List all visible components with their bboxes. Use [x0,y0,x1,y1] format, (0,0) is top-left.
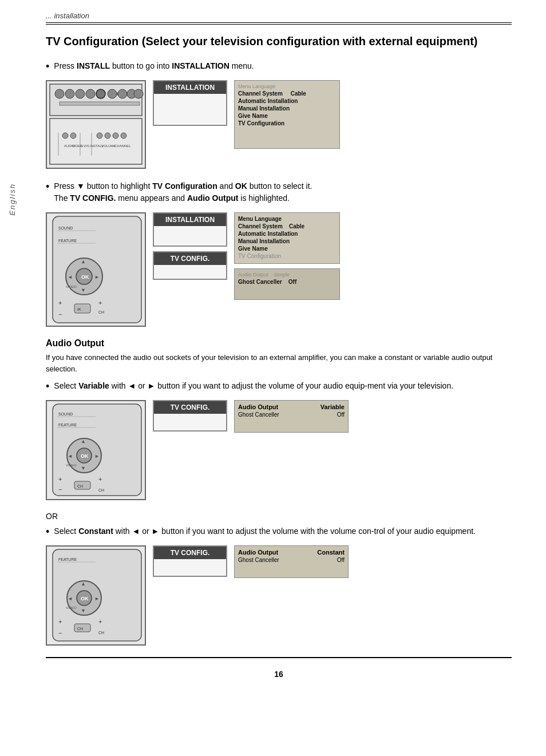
tvconfig-box-1: TV CONFIG. [153,251,227,280]
s2-spacer [238,286,336,292]
installation-menu-header: INSTALLATION [154,81,226,94]
audio-output-constant-panel: Audio Output Constant Ghost Canceller Of… [234,545,349,578]
svg-text:FEATURE: FEATURE [58,423,77,427]
ao-ghost-row-c: Ghost Canceller Off [238,556,345,564]
svg-text:+: + [58,618,62,625]
svg-text:−: − [58,311,62,318]
svg-text:◄: ◄ [68,596,73,601]
bullet-constant-text: Select Constant with ◄ or ► button if yo… [54,525,476,537]
s2-tvconfig: TV Configuration [238,252,336,260]
ao-variable-header-row: Audio Output Variable [238,403,345,411]
svg-text:CH: CH [98,631,104,635]
svg-point-15 [70,133,76,138]
svg-text:VIDEO: VIDEO [66,606,77,609]
remote-constant-illustration: FEATURE OK ▲ ▼ ◄ ► + − + VIDEO CH CH [46,545,146,646]
svg-point-21 [121,133,126,138]
diagrams-row-2: SOUND FEATURE OK ▲ ▼ ◄ ► + − + VIDEO [46,212,512,327]
menu-boxes-1: INSTALLATION [153,80,227,126]
page-title: TV Configuration (Select your television… [46,34,512,49]
remote-variable-illustration: SOUND FEATURE OK ▲ ▼ ◄ ► + − + VIDEO CH … [46,400,146,500]
diagrams-row-constant: FEATURE OK ▲ ▼ ◄ ► + − + VIDEO CH CH T [46,545,512,646]
tvconfig-constant-header: TV CONFIG. [154,547,226,559]
installation-box-2: INSTALLATION [153,212,227,247]
bullet-variable-text: Select Variable with ◄ or ► button if yo… [54,380,453,392]
tvconfig-variable-header: TV CONFIG. [154,401,226,414]
svg-text:▼: ▼ [81,608,86,613]
bottom-divider [46,657,512,658]
submenu-col-2: Menu Language Channel System Cable Autom… [234,212,340,300]
svg-point-1 [55,89,64,98]
svg-text:CH: CH [77,627,83,631]
tvconfig-variable-menu: TV CONFIG. [153,400,227,432]
svg-rect-11 [60,102,140,105]
audio-output-title: Audio Output [46,338,512,349]
svg-text:VOLUME: VOLUME [101,144,116,148]
svg-text:S-VIS: S-VIS [80,144,89,148]
svg-text:VIDEO: VIDEO [66,464,77,467]
ao-constant-header-row: Audio Output Constant [238,548,345,556]
remote-control-illustration-1: SOUND FEATURE OK ▲ ▼ ◄ ► + − + VIDEO [46,212,146,327]
submenu-top-2: Menu Language Channel System Cable Autom… [234,212,340,264]
ao-spacer [238,418,345,430]
installation-body-2 [154,226,226,244]
svg-point-10 [134,89,143,98]
bullet-variable: • Select Variable with ◄ or ► button if … [46,380,512,392]
diagrams-row-1: AUDIO VIDEO S-VIS INSTALL VOLUME CHANNEL… [46,80,512,169]
audio-output-variable-panel: Audio Output Variable Ghost Canceller Of… [234,400,349,433]
installation-menu-body [154,94,226,110]
svg-point-2 [65,89,74,98]
tvconfig-header-1: TV CONFIG. [154,252,226,265]
svg-text:►: ► [94,453,100,459]
menu-boxes-2: INSTALLATION TV CONFIG. [153,212,227,280]
bullet-down-text: Press ▼ button to highlight TV Configura… [54,180,312,204]
installation-header-2: INSTALLATION [154,213,226,226]
svg-text:+: + [98,299,102,306]
bullet-down-arrow: • Press ▼ button to highlight TV Configu… [46,180,512,204]
ao-output-label-c: Audio Output [238,549,278,556]
svg-text:+: + [58,476,62,482]
ao-ghost-val-c: Off [337,557,345,563]
or-separator: OR [46,512,512,521]
bullet-install: • Press INSTALL button to go into INSTAL… [46,60,512,72]
svg-text:VIDEO: VIDEO [66,285,77,288]
tvconfig-constant-body [154,559,226,569]
bullet-dot-4: • [46,527,49,537]
svg-text:FEATURE: FEATURE [58,557,77,561]
page-container: ... installation TV Configuration (Selec… [0,0,546,756]
submenu-item-manualinst: Manual Installation [238,105,336,112]
submenu-item-menulang: Menu Language [238,83,336,90]
s2-manualinst: Manual Installation [238,238,336,245]
sidebar-english-label: English [8,183,17,216]
svg-text:CH: CH [77,484,83,488]
svg-text:IK: IK [77,307,81,311]
s2-autoinst: Automatic Installation [238,230,336,238]
ao-variable-val: Variable [321,403,345,410]
tvconfig-variable-boxes: TV CONFIG. [153,400,227,432]
s2-ghost: Ghost Canceller Off [238,278,336,286]
tvconfig-body-1 [154,265,226,275]
installation-menu-box: INSTALLATION [153,80,227,126]
svg-text:SOUND: SOUND [58,412,73,416]
bullet-dot-2: • [46,181,49,192]
s2-givename: Give Name [238,245,336,252]
svg-text:▲: ▲ [81,581,86,587]
audio-output-body: If you have connected the audio out sock… [46,352,512,374]
bullet-dot-3: • [46,381,49,391]
ao-ghost-label-c: Ghost Canceller [238,557,279,563]
ao-spacer-c [238,564,345,575]
ao-ghost-row: Ghost Canceller Off [238,411,345,418]
s2-channelsys: Channel System Cable [238,223,336,230]
svg-point-8 [118,89,127,98]
svg-rect-12 [50,118,142,164]
submenu-item-givename: Give Name [238,112,336,120]
submenu-box-1: Menu Language Channel System Cable Autom… [234,80,340,149]
tvconfig-constant-boxes: TV CONFIG. [153,545,227,577]
svg-point-4 [86,89,95,98]
svg-text:OK: OK [81,453,89,459]
svg-text:−: − [58,630,62,636]
svg-text:OK: OK [81,596,89,601]
bullet-install-text: Press INSTALL button to go into INSTALLA… [54,60,254,72]
tvconfig-variable-body [154,414,226,424]
ao-constant-val: Constant [317,549,345,556]
submenu-item-channelsys: Channel System Cable [238,90,336,97]
